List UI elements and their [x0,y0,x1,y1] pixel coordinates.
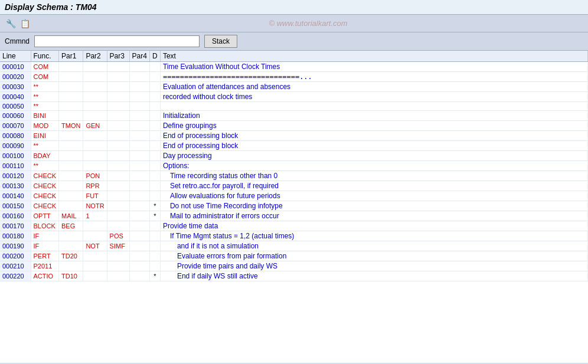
cell-func: ** [31,82,59,92]
cell-text: End if daily WS still active [160,271,587,281]
cell-func: PERT [31,251,59,261]
cell-func: CHECK [31,191,59,201]
cell-par2 [83,251,107,261]
cell-par4 [129,62,149,72]
cell-par2 [83,82,107,92]
cell-d [149,82,160,92]
cell-par2 [83,111,107,121]
table-row[interactable]: 000080EINIEnd of processing block [0,131,588,141]
table-row[interactable]: 000210P2011Provide time pairs and daily … [0,261,588,271]
cell-par3 [107,102,129,111]
cell-func: BINI [31,111,59,121]
cell-par1 [59,151,83,161]
cell-d [149,111,160,121]
cell-func: ** [31,161,59,171]
title-bar: Display Schema : TM04 [0,0,588,15]
cell-text: Define groupings [160,121,587,131]
cell-par4 [129,181,149,191]
table-row[interactable]: 000020COM===============================… [0,72,588,82]
table-row[interactable]: 000150CHECKNOTR*Do not use Time Recordin… [0,201,588,211]
cell-text: Provide time pairs and daily WS [160,261,587,271]
cell-func: IF [31,241,59,251]
cell-line: 000200 [0,251,31,261]
cell-par2 [83,271,107,281]
cell-line: 000120 [0,171,31,181]
cell-par3 [107,111,129,121]
cell-par3 [107,171,129,181]
cell-line: 000070 [0,121,31,131]
stack-button[interactable]: Stack [204,35,237,48]
cell-par1: TD10 [59,271,83,281]
table-row[interactable]: 000220ACTIOTD10*End if daily WS still ac… [0,271,588,281]
cell-line: 000030 [0,82,31,92]
cell-par1 [59,62,83,72]
cell-par3 [107,261,129,271]
cell-text: Evaluation of attendances and absences [160,82,587,92]
table-row[interactable]: 000030**Evaluation of attendances and ab… [0,82,588,92]
command-label: Cmmnd [5,37,30,45]
cell-line: 000090 [0,141,31,151]
cell-text: If Time Mgmt status = 1,2 (actual times) [160,231,587,241]
cell-d [149,131,160,141]
cell-d [149,92,160,102]
cell-par1 [59,171,83,181]
header-par4: Par4 [129,51,149,62]
command-bar: Cmmnd Stack [0,32,588,51]
table-row[interactable]: 000010COMTime Evaluation Without Clock T… [0,62,588,72]
table-row[interactable]: 000090**End of processing block [0,141,588,151]
table-row[interactable]: 000110**Options: [0,161,588,171]
table-row[interactable]: 000170BLOCKBEGProvide time data [0,221,588,231]
table-row[interactable]: 000160OPTTMAIL1*Mail to administrator if… [0,211,588,221]
cell-par3 [107,141,129,151]
main-content: Line Func. Par1 Par2 Par3 Par4 D Text 00… [0,51,588,363]
cell-line: 000100 [0,151,31,161]
cell-func: BLOCK [31,221,59,231]
save-icon[interactable]: 📋 [19,18,31,29]
cell-text: Do not use Time Recording infotype [160,201,587,211]
cell-par3 [107,62,129,72]
table-row[interactable]: 000050** [0,102,588,111]
cell-d [149,191,160,201]
cell-line: 000050 [0,102,31,111]
table-row[interactable]: 000140CHECKFUTAllow evaluations for futu… [0,191,588,201]
cell-line: 000060 [0,111,31,121]
cell-par4 [129,191,149,201]
cell-d [149,231,160,241]
table-row[interactable]: 000200PERTTD20Evaluate errors from pair … [0,251,588,261]
cell-par3 [107,181,129,191]
cell-par3 [107,151,129,161]
cell-par3: POS [107,231,129,241]
table-row[interactable]: 000120CHECKPONTime recording status othe… [0,171,588,181]
table-row[interactable]: 000100BDAYDay processing [0,151,588,161]
cell-func: P2011 [31,261,59,271]
cell-par1: BEG [59,221,83,231]
settings-icon[interactable]: 🔧 [5,18,17,29]
cell-par3 [107,161,129,171]
cell-func: CHECK [31,181,59,191]
cell-func: ** [31,102,59,111]
cell-d [149,261,160,271]
cell-func: IF [31,231,59,241]
cell-par3 [107,211,129,221]
cell-par1 [59,82,83,92]
table-row[interactable]: 000190IFNOTSIMFand if it is not a simula… [0,241,588,251]
table-row[interactable]: 000180IFPOSIf Time Mgmt status = 1,2 (ac… [0,231,588,241]
table-row[interactable]: 000060BINIInitialization [0,111,588,121]
cell-par2: GEN [83,121,107,131]
cell-d [149,151,160,161]
cell-par2 [83,72,107,82]
table-row[interactable]: 000070MODTMONGENDefine groupings [0,121,588,131]
cell-par4 [129,251,149,261]
cell-func: MOD [31,121,59,131]
cell-par4 [129,102,149,111]
cell-text: and if it is not a simulation [160,241,587,251]
cell-line: 000140 [0,191,31,201]
cell-par3 [107,92,129,102]
table-row[interactable]: 000040**recorded without clock times [0,92,588,102]
table-row[interactable]: 000130CHECKRPRSet retro.acc.for payroll,… [0,181,588,191]
command-input[interactable] [34,35,200,47]
cell-par4 [129,171,149,181]
cell-par4 [129,161,149,171]
cell-func: OPTT [31,211,59,221]
cell-par2: 1 [83,211,107,221]
